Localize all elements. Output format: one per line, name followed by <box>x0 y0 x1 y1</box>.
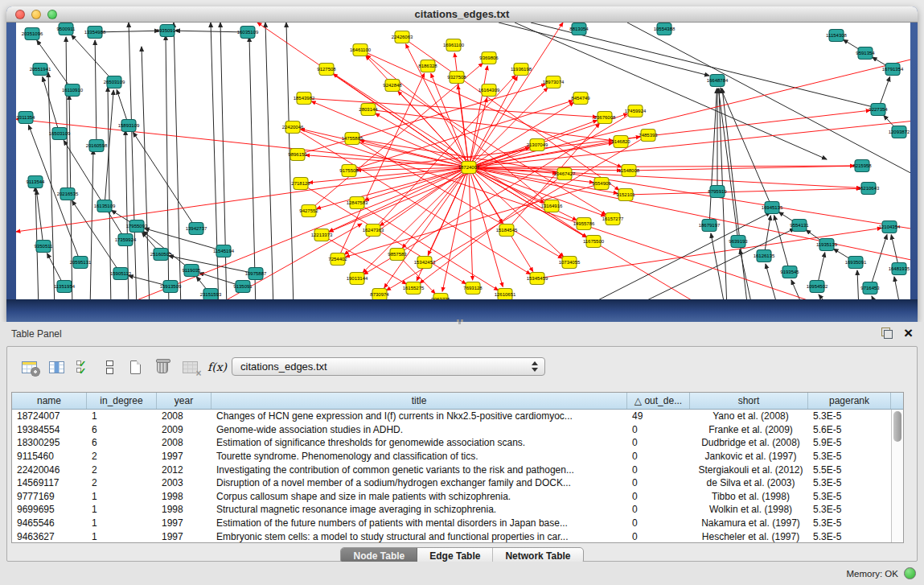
table-row[interactable]: 1938455462009Genome-wide association stu… <box>12 423 891 437</box>
network-node[interactable]: 16481935 <box>889 263 910 275</box>
network-node[interactable]: 9427552 <box>299 205 318 217</box>
network-node[interactable]: 15345459 <box>527 273 548 285</box>
network-node[interactable]: 18543982 <box>294 93 315 105</box>
minimize-window-button[interactable] <box>31 10 41 19</box>
network-node[interactable]: 9554131 <box>790 220 809 232</box>
network-node[interactable]: 11545194 <box>213 245 235 257</box>
network-node[interactable]: 20595131 <box>70 257 92 269</box>
close-window-button[interactable] <box>15 10 25 19</box>
network-node[interactable]: 16791354 <box>882 64 904 76</box>
network-node[interactable]: 20351096 <box>22 28 43 40</box>
network-node[interactable]: 23676008 <box>594 112 616 124</box>
network-node[interactable]: 15342453 <box>414 257 436 269</box>
table-row[interactable]: 977716911998Corpus callosum shape and si… <box>12 490 891 504</box>
network-node[interactable]: 10554388 <box>654 23 676 35</box>
network-node[interactable]: 8795919 <box>708 186 727 198</box>
network-node[interactable]: 8454749 <box>571 93 590 105</box>
network-node[interactable]: 9311354 <box>17 112 36 124</box>
network-node[interactable]: 16935091 <box>845 257 867 269</box>
network-node[interactable]: 10975887 <box>245 268 267 280</box>
network-node[interactable]: 13164916 <box>541 200 563 212</box>
network-node[interactable]: 9127508 <box>317 64 336 76</box>
delete-table-button[interactable] <box>178 356 202 378</box>
network-node[interactable]: 9242848 <box>383 80 402 92</box>
network-node[interactable]: 9152101 <box>616 189 635 201</box>
network-node[interactable]: 16961100 <box>443 39 465 51</box>
network-view[interactable]: 1872400722426063164611009127508185439822… <box>16 23 910 299</box>
network-node[interactable]: 2803144 <box>359 104 378 116</box>
network-node[interactable]: 9175508 <box>339 165 359 177</box>
network-node[interactable]: 17359924 <box>115 234 137 246</box>
network-node[interactable]: 11935139 <box>816 239 838 251</box>
network-node[interactable]: 9227354 <box>869 104 888 116</box>
network-node[interactable]: 11154308 <box>826 30 847 42</box>
select-columns-button[interactable]: ✓ ✓ <box>72 356 96 378</box>
network-node[interactable]: 16503109 <box>49 128 71 140</box>
network-node[interactable]: 9193545 <box>780 266 799 278</box>
column-header-title[interactable]: title <box>211 393 627 409</box>
network-node[interactable]: 10954502 <box>807 281 828 293</box>
vertical-scrollbar[interactable] <box>891 410 903 542</box>
network-node[interactable]: 20160598 <box>86 140 108 152</box>
column-header-out_degree[interactable]: △ out_de... <box>627 393 690 409</box>
network-node[interactable]: 12104354 <box>879 221 901 233</box>
zoom-window-button[interactable] <box>47 10 57 19</box>
network-node[interactable]: 18973074 <box>543 76 565 89</box>
network-node[interactable]: 9857583 <box>388 249 407 261</box>
float-panel-icon[interactable] <box>881 328 893 339</box>
network-node[interactable]: 9063735 <box>431 294 450 300</box>
memory-status-indicator[interactable] <box>904 567 916 579</box>
network-node[interactable]: 9135091 <box>233 281 253 293</box>
function-builder-button[interactable]: f(x) <box>205 356 229 378</box>
network-node[interactable]: 26503109 <box>104 76 125 89</box>
network-node[interactable]: 16035109 <box>237 27 259 39</box>
column-header-short[interactable]: short <box>690 393 808 409</box>
network-node[interactable]: 10734055 <box>559 257 581 269</box>
table-row[interactable]: 946554611997Estimation of the future num… <box>12 517 891 530</box>
network-node[interactable]: 22426063 <box>392 31 413 43</box>
network-node[interactable]: 20216535 <box>57 188 79 200</box>
network-node[interactable]: 8813054 <box>569 23 589 35</box>
network-node[interactable]: 19350914 <box>157 25 179 37</box>
network-node[interactable]: 9591354 <box>856 47 875 60</box>
table-row[interactable]: 1872400712008Changes of HCN gene express… <box>12 410 891 423</box>
network-node[interactable]: 16648784 <box>707 75 729 87</box>
network-node[interactable]: 16945135 <box>762 202 783 214</box>
network-node[interactable]: 8730974 <box>370 289 389 300</box>
network-node[interactable]: 16157277 <box>602 213 624 225</box>
network-node[interactable]: 8215958 <box>852 160 872 172</box>
network-node[interactable]: 16247363 <box>363 225 384 237</box>
scrollbar-thumb[interactable] <box>893 411 901 442</box>
close-panel-icon[interactable]: × <box>904 328 913 339</box>
delete-column-button[interactable] <box>150 356 175 378</box>
network-node[interactable]: 16155275 <box>403 282 425 295</box>
network-node[interactable]: 17459924 <box>625 105 647 117</box>
column-header-year[interactable]: year <box>157 393 211 409</box>
network-node[interactable]: 9716453 <box>860 282 880 295</box>
network-node[interactable]: 9369806 <box>479 52 499 64</box>
network-node[interactable]: 22420046 <box>282 122 304 134</box>
network-node[interactable]: 9327508 <box>447 72 466 84</box>
network-node[interactable]: 11675500 <box>583 236 605 248</box>
network-node[interactable]: 9500911 <box>57 23 76 35</box>
table-row[interactable]: 911546021997Tourette syndrome. Phenomeno… <box>12 450 891 463</box>
network-node[interactable]: 9639193 <box>729 236 748 248</box>
column-header-pagerank[interactable]: pagerank <box>808 393 891 409</box>
network-node[interactable]: 16135109 <box>94 200 116 212</box>
network-node[interactable]: 12610651 <box>495 289 516 300</box>
network-node[interactable]: 9146820 <box>611 136 630 148</box>
network-node[interactable]: 8186328 <box>418 60 437 72</box>
table-row[interactable]: 969969511998Structural magnetic resonanc… <box>12 503 891 517</box>
row-options-button[interactable] <box>97 356 121 378</box>
table-row[interactable]: 946362711997Embryonic stem cells: a mode… <box>12 529 891 542</box>
network-node[interactable]: 18679197 <box>699 220 721 232</box>
toggle-column-display-button[interactable] <box>44 356 68 378</box>
network-node[interactable]: 7693128 <box>463 282 483 295</box>
network-node[interactable]: 2718126 <box>291 178 310 190</box>
network-node[interactable]: 9113544 <box>27 176 46 188</box>
network-node[interactable]: 16110910 <box>62 84 84 97</box>
table-row[interactable]: 1456911722003Disruption of a novel membe… <box>12 476 891 490</box>
network-node[interactable]: 19013144 <box>347 273 368 285</box>
network-node[interactable]: 16164309 <box>478 84 500 97</box>
table-row[interactable]: 1830029562008Estimation of significance … <box>12 436 891 450</box>
